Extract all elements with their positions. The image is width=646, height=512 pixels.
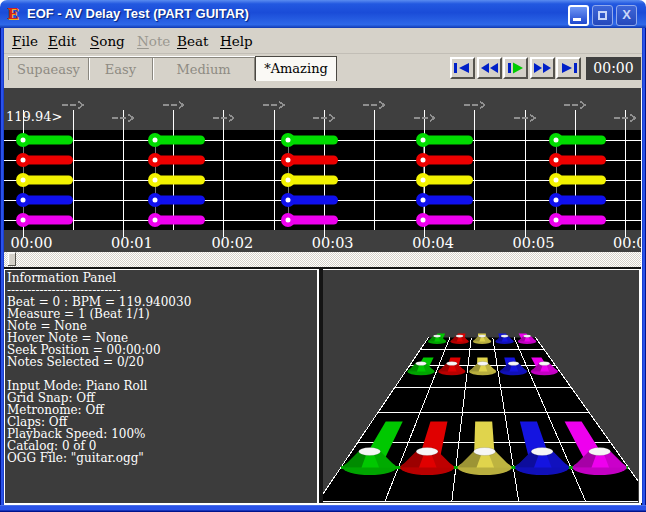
menu-bar: FileEditSongNoteBeatHelp xyxy=(4,28,642,54)
info-line: Beat = 0 : BPM = 119.940030 xyxy=(7,296,317,308)
info-line xyxy=(7,368,317,380)
tab-medium[interactable]: Medium xyxy=(153,57,255,80)
app-icon: E xyxy=(7,6,23,22)
timeline-label: 00:01 xyxy=(111,235,153,251)
menu-help[interactable]: Help xyxy=(220,33,253,49)
window-border-right xyxy=(642,28,646,505)
info-line: Notes Selected = 0/20 xyxy=(7,356,317,368)
info-line: Seek Position = 00:00:00 xyxy=(7,344,317,356)
information-panel-text: Information Panel-----------------------… xyxy=(5,270,317,464)
menu-beat[interactable]: Beat xyxy=(177,33,208,49)
go-to-end-icon xyxy=(558,59,579,77)
info-line: Catalog: 0 of 0 xyxy=(7,440,317,452)
info-line: Note = None xyxy=(7,320,317,332)
info-line: Measure = 1 (Beat 1/1) xyxy=(7,308,317,320)
tab-amazing[interactable]: *Amazing xyxy=(255,56,337,81)
minimize-icon xyxy=(573,18,581,21)
time-display: 00:00 xyxy=(586,57,641,80)
close-button[interactable]: X xyxy=(616,5,637,26)
menu-file[interactable]: File xyxy=(12,33,38,49)
timeline-label: 00:04 xyxy=(412,235,454,251)
timeline-label: 00:05 xyxy=(513,235,555,251)
preview-3d-panel xyxy=(323,269,642,504)
go-to-start-button[interactable] xyxy=(450,57,475,79)
toolbar: SupaeasyEasyMedium*Amazing 00:00 xyxy=(4,54,642,88)
tab-easy[interactable]: Easy xyxy=(89,57,153,80)
minimize-button[interactable] xyxy=(568,5,589,26)
rewind-icon xyxy=(479,59,500,77)
info-line: OGG File: "guitar.ogg" xyxy=(7,452,317,464)
rewind-button[interactable] xyxy=(477,57,502,79)
info-line: Information Panel xyxy=(7,272,317,284)
bpm-label: 119.94> xyxy=(6,109,62,124)
horizontal-scrollbar[interactable] xyxy=(4,252,642,267)
timeline-label: 00:06 xyxy=(613,235,642,251)
window-title: EOF - AV Delay Test (PART GUITAR) xyxy=(27,6,249,21)
menu-note[interactable]: Note xyxy=(137,33,170,49)
info-line: Metronome: Off xyxy=(7,404,317,416)
piano-roll[interactable]: 119.94>00:0000:0100:0200:0300:0400:0500:… xyxy=(4,88,642,267)
preview-note xyxy=(450,333,468,344)
info-line: Input Mode: Piano Roll xyxy=(7,380,317,392)
play-button[interactable] xyxy=(503,57,528,79)
menu-song[interactable]: Song xyxy=(90,33,125,49)
fast-forward-button[interactable] xyxy=(530,57,555,79)
scrollbar-thumb[interactable] xyxy=(8,253,16,267)
timeline-label: 00:03 xyxy=(312,235,354,251)
info-line: Playback Speed: 100% xyxy=(7,428,317,440)
bottom-panels: Information Panel-----------------------… xyxy=(0,267,646,505)
eof-window: E EOF - AV Delay Test (PART GUITAR) X Fi… xyxy=(0,0,646,512)
go-to-end-button[interactable] xyxy=(556,57,581,79)
go-to-start-icon xyxy=(452,59,473,77)
info-line: ---------------------------- xyxy=(7,284,317,296)
window-border-bottom xyxy=(0,505,646,512)
info-line: Claps: Off xyxy=(7,416,317,428)
timeline-label: 00:02 xyxy=(211,235,253,251)
preview-note xyxy=(427,333,445,344)
info-line: Hover Note = None xyxy=(7,332,317,344)
title-bar[interactable]: E EOF - AV Delay Test (PART GUITAR) X xyxy=(0,0,646,28)
maximize-icon xyxy=(598,11,607,20)
window-border-left xyxy=(0,28,4,505)
info-line: Grid Snap: Off xyxy=(7,392,317,404)
menu-edit[interactable]: Edit xyxy=(48,33,76,49)
preview-note xyxy=(517,333,535,344)
maximize-button[interactable] xyxy=(592,5,613,26)
tab-supaeasy[interactable]: Supaeasy xyxy=(8,57,89,80)
preview-note xyxy=(472,333,490,344)
play-icon xyxy=(505,59,526,77)
preview-note xyxy=(495,333,513,344)
timeline-label: 00:00 xyxy=(11,235,53,251)
fast-forward-icon xyxy=(532,59,553,77)
preview-3d-board xyxy=(323,270,638,502)
information-panel: Information Panel-----------------------… xyxy=(4,269,319,504)
